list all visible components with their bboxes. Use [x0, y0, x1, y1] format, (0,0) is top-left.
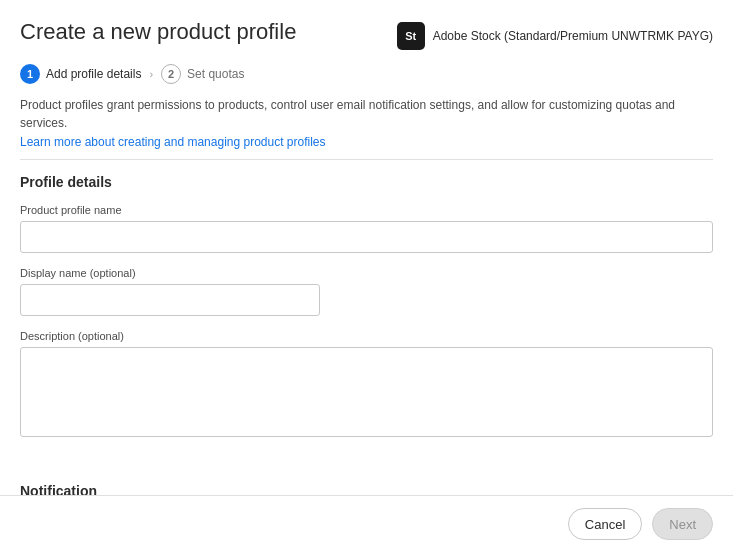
- description-input[interactable]: [20, 347, 713, 437]
- step-2-circle: 2: [161, 64, 181, 84]
- notification-section: Notification Notify users by email ▾: [0, 469, 733, 495]
- info-section: Product profiles grant permissions to pr…: [0, 94, 733, 159]
- profile-details-title: Profile details: [20, 174, 713, 190]
- product-icon: St: [397, 22, 425, 50]
- step-1: 1 Add profile details: [20, 64, 141, 84]
- display-name-input[interactable]: [20, 284, 320, 316]
- product-badge: St Adobe Stock (Standard/Premium UNWTRMK…: [397, 22, 713, 50]
- modal-container: Create a new product profile St Adobe St…: [0, 0, 733, 552]
- step-chevron-icon: ›: [149, 68, 153, 80]
- step-2: 2 Set quotas: [161, 64, 244, 84]
- profile-details-section: Profile details Product profile name Dis…: [0, 160, 733, 469]
- step-1-circle: 1: [20, 64, 40, 84]
- modal-footer: Cancel Next: [0, 495, 733, 552]
- product-name: Adobe Stock (Standard/Premium UNWTRMK PA…: [433, 29, 713, 43]
- learn-more-link[interactable]: Learn more about creating and managing p…: [20, 135, 713, 149]
- notification-title: Notification: [20, 483, 713, 495]
- step-1-label: Add profile details: [46, 67, 141, 81]
- modal-header: Create a new product profile St Adobe St…: [0, 0, 733, 50]
- cancel-button[interactable]: Cancel: [568, 508, 642, 540]
- next-button[interactable]: Next: [652, 508, 713, 540]
- product-profile-name-group: Product profile name: [20, 204, 713, 253]
- product-profile-name-label: Product profile name: [20, 204, 713, 216]
- product-profile-name-input[interactable]: [20, 221, 713, 253]
- info-description: Product profiles grant permissions to pr…: [20, 96, 713, 132]
- description-label: Description (optional): [20, 330, 713, 342]
- display-name-group: Display name (optional): [20, 267, 713, 316]
- steps-bar: 1 Add profile details › 2 Set quotas: [0, 50, 733, 94]
- description-group: Description (optional): [20, 330, 713, 441]
- step-2-label: Set quotas: [187, 67, 244, 81]
- display-name-label: Display name (optional): [20, 267, 713, 279]
- scrollable-content[interactable]: Profile details Product profile name Dis…: [0, 160, 733, 495]
- modal-title: Create a new product profile: [20, 18, 296, 47]
